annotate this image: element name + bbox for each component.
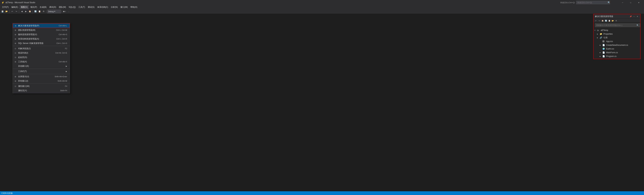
tree-main-form[interactable]: ▶ 📄 MainForm.cs [594, 51, 640, 54]
menu-analyze[interactable]: 分析(N) [110, 5, 119, 9]
app-icon: ⚡ [1, 1, 4, 4]
menu-architecture[interactable]: 体系结构(C) [96, 5, 110, 9]
panel-close-btn[interactable]: ✕ [636, 15, 639, 18]
arch-explorer-label: 体系结构资源管理器(A) [18, 37, 53, 40]
tree-program[interactable]: ▶ 📄 Program.cs [594, 54, 640, 58]
menu-item-arch-explorer[interactable]: ⊞ 体系结构资源管理器(A) Ctrl+\, Ctrl+R [13, 37, 70, 41]
toolbar-navigate-fwd[interactable]: ▶ [24, 10, 28, 13]
menu-item-fullscreen[interactable]: ⊞ 全屏显示(U) Shift+Alt+Enter [13, 74, 70, 79]
toolbar-sep-4 [46, 10, 46, 13]
menu-item-other-windows[interactable]: 其他窗口(E) ▶ [13, 64, 70, 68]
main-form-icon: 📄 [602, 51, 606, 54]
tree-root[interactable]: ▼ 🗂 aETemp [594, 28, 640, 32]
sep-1 [13, 46, 70, 46]
other-windows-arrow: ▶ [66, 65, 67, 67]
sql-explorer-label: SQL Server 对象资源管理器 [18, 42, 53, 45]
tree-properties[interactable]: ▶ 📁 Properties [594, 32, 640, 36]
close-button[interactable]: ✕ [635, 0, 643, 5]
view-menu-dropdown: ⊞ 解决方案资源管理器(P) Ctrl+Alt+L ⊞ 团队资源管理器(M) C… [12, 23, 70, 93]
panel-toolbar-btn-5[interactable]: 📋 [608, 19, 611, 22]
references-arrow: ▶ [597, 37, 600, 38]
menu-build[interactable]: 生成(B) [38, 5, 48, 9]
menu-view[interactable]: 视图(V) [20, 5, 29, 9]
tree-references[interactable]: ▶ 🔗 引用 [594, 36, 640, 39]
menu-item-sql-explorer[interactable]: ⊞ SQL Server 对象资源管理器 Ctrl+\, Ctrl+S [13, 41, 70, 45]
panel-toolbar-btn-2[interactable]: ↪ [598, 19, 601, 22]
panel-minimize-btn[interactable]: ─ [632, 15, 636, 18]
create-doc-icon: 📄 [602, 44, 606, 46]
menu-item-error-list[interactable]: ⊡ 错误列表(I) Ctrl+W, Ctrl+E [13, 51, 70, 55]
toolbar-redo[interactable]: ↪ [14, 10, 18, 13]
menu-project[interactable]: 项目(P) [29, 5, 38, 9]
object-browser-icon: ⊡ [14, 47, 17, 50]
menu-item-toolbars[interactable]: 工具栏(T) ▶ [13, 69, 70, 73]
toolbar-settings[interactable]: ⚙ [42, 10, 46, 13]
property-pages-shortcut: Shift+F4 [60, 90, 67, 92]
menu-item-object-browser[interactable]: ⊡ 对象浏览器(J) F2 [13, 46, 70, 51]
panel-toolbar-btn-4[interactable]: 🔄 [604, 19, 608, 22]
menu-file[interactable]: 文件(F) [1, 5, 10, 9]
title-bar: ⚡ aETemp - Microsoft Visual Studio 快速启动 … [0, 0, 644, 5]
arch-explorer-icon: ⊞ [14, 37, 17, 40]
debug-mode-arrow: ▾ [54, 10, 55, 12]
toolbar-copy[interactable]: 📋 [38, 10, 42, 13]
menu-item-toolbox[interactable]: ⊞ 工具箱(X) Ctrl+Alt+X [13, 59, 70, 64]
menu-item-properties-window[interactable]: ⊡ 属性窗口(W) F4 [13, 84, 70, 88]
menu-edit[interactable]: 编辑(E) [10, 5, 20, 9]
tree-create-doc[interactable]: ▶ 📄 CreateNewDocument.cs [594, 43, 640, 47]
solution-search-input[interactable] [595, 23, 640, 27]
panel-pin-btn[interactable]: 📌 [629, 15, 632, 18]
toolbar-extra-1[interactable]: ▶▷ [63, 10, 66, 13]
menu-item-all-windows[interactable]: ⊞ 所有窗口(I) Shift+Alt+M [13, 79, 70, 83]
earth-ico-label: Earth.ico [606, 48, 614, 50]
error-list-icon: ⊡ [14, 51, 17, 54]
minimize-button[interactable]: ─ [619, 0, 626, 5]
toolbar-start-page[interactable]: 🏠 [28, 10, 32, 13]
tree-app-ico[interactable]: 🖼 App.ico [594, 39, 640, 43]
menu-help[interactable]: 帮助(H) [129, 5, 139, 9]
menu-window[interactable]: 窗口(W) [119, 5, 129, 9]
all-windows-label: 所有窗口(I) [18, 80, 54, 82]
create-doc-arrow: ▶ [600, 44, 602, 46]
restore-button[interactable]: □ [627, 0, 634, 5]
menu-item-start-page[interactable]: ⊡ 起始页(G) [13, 55, 70, 59]
main-area: ⊞ 解决方案资源管理器(P) Ctrl+Alt+L ⊞ 团队资源管理器(M) C… [0, 14, 644, 195]
tree-earth-ico[interactable]: 🌍 Earth.ico [594, 47, 640, 51]
menu-item-property-pages[interactable]: 属性页(Y) Shift+F4 [13, 88, 70, 93]
fullscreen-label: 全屏显示(U) [18, 75, 51, 78]
debug-mode-dropdown[interactable]: Debug ▾ [47, 10, 61, 13]
quick-launch-label: 快速启动 (Ctrl+Q) [560, 1, 575, 4]
main-form-label: MainForm.cs [606, 51, 618, 54]
solution-explorer-shortcut: Ctrl+Alt+L [59, 25, 67, 27]
toolbar-navigate-back[interactable]: ◀ [20, 10, 24, 13]
menu-debug[interactable]: 调试(D) [48, 5, 58, 9]
panel-toolbar-home[interactable]: 🏠 [601, 19, 604, 22]
menu-test[interactable]: 测试(S) [86, 5, 96, 9]
menu-item-solution-explorer[interactable]: ⊞ 解决方案资源管理器(P) Ctrl+Alt+L [13, 23, 70, 28]
toolbar: 💾 📂 ↩ ↪ ◀ ▶ 🏠 🔄 📋 ⚙ Debug ▾ ▶▷ ‥ [0, 9, 644, 14]
server-explorer-label: 服务器资源管理器(V) [18, 33, 55, 36]
toolbar-undo[interactable]: ↩ [10, 10, 14, 13]
toolbar-save[interactable]: 💾 [1, 10, 4, 13]
menu-tools[interactable]: 工具(T) [77, 5, 86, 9]
fullscreen-shortcut: Shift+Alt+Enter [54, 76, 67, 78]
panel-toolbar-settings[interactable]: ⚙ [614, 19, 618, 22]
menu-sql[interactable]: SQL(Q) [67, 5, 77, 9]
status-text: CSDN 社区版 [1, 192, 13, 195]
menu-item-server-explorer[interactable]: ⊞ 服务器资源管理器(V) Ctrl+Alt+S [13, 32, 70, 37]
toolbar-open[interactable]: 📂 [5, 10, 8, 13]
error-list-label: 错误列表(I) [18, 51, 52, 54]
menu-team[interactable]: 团队(M) [58, 5, 67, 9]
panel-toolbar-btn-6[interactable]: 📂 [611, 19, 614, 22]
menu-item-team-explorer[interactable]: ⊞ 团队资源管理器(M) Ctrl+\, Ctrl+M [13, 28, 70, 32]
program-icon: 📄 [602, 55, 606, 57]
toolbar-refresh[interactable]: 🔄 [34, 10, 38, 13]
title-bar-controls: ─ □ ✕ [619, 0, 643, 5]
error-list-shortcut: Ctrl+W, Ctrl+E [55, 52, 67, 54]
sql-explorer-icon: ⊞ [14, 42, 17, 45]
toolbar-extra-2[interactable]: ‥ [67, 10, 70, 13]
search-icon: 🔍 [608, 1, 610, 4]
property-pages-label: 属性页(Y) [18, 89, 57, 92]
panel-toolbar-btn-1[interactable]: ↩ [594, 19, 597, 22]
quick-launch-input[interactable] [576, 1, 610, 4]
